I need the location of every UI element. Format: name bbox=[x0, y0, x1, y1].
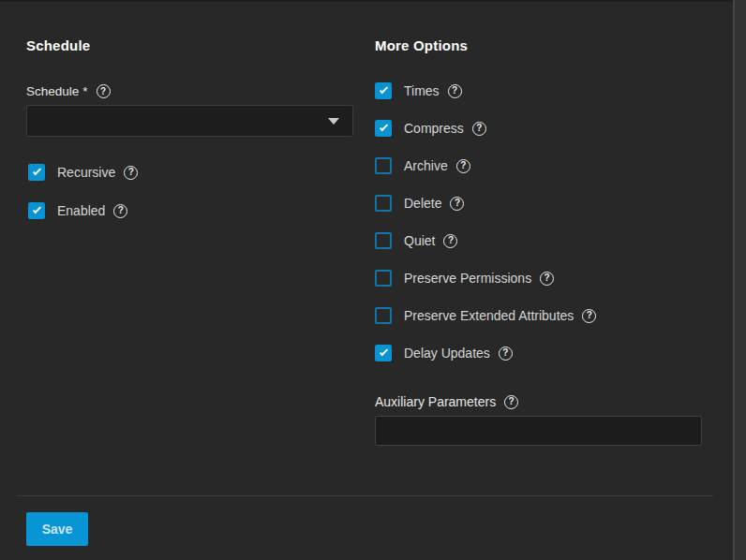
checkmark-icon bbox=[379, 123, 387, 131]
schedule-field-label-row: Schedule * ? bbox=[26, 84, 111, 98]
help-icon[interactable]: ? bbox=[97, 84, 111, 98]
scrollbar-track[interactable] bbox=[733, 0, 746, 560]
aux-params-input[interactable] bbox=[375, 416, 702, 446]
checkbox-label: Archive bbox=[404, 158, 448, 173]
help-icon[interactable]: ? bbox=[448, 84, 462, 98]
schedule-section-title: Schedule bbox=[26, 37, 90, 53]
checkbox[interactable] bbox=[375, 120, 392, 137]
help-icon[interactable]: ? bbox=[540, 272, 554, 286]
footer-divider bbox=[17, 495, 713, 496]
checkbox-row[interactable]: Recursive ? bbox=[28, 164, 138, 181]
chevron-down-icon bbox=[328, 118, 339, 125]
checkbox[interactable] bbox=[375, 195, 392, 212]
help-icon[interactable]: ? bbox=[504, 395, 518, 409]
checkbox[interactable] bbox=[375, 232, 392, 249]
checkbox-label: Delete bbox=[404, 196, 441, 211]
checkbox-label: Times bbox=[404, 83, 440, 98]
required-marker: * bbox=[82, 84, 87, 98]
checkbox[interactable] bbox=[375, 82, 392, 99]
checkbox-label: Enabled bbox=[57, 203, 105, 218]
checkbox-row[interactable]: Compress ? bbox=[375, 120, 596, 137]
checkbox-label: Preserve Permissions bbox=[404, 271, 531, 286]
checkbox[interactable] bbox=[375, 157, 392, 174]
help-icon[interactable]: ? bbox=[443, 234, 457, 248]
schedule-field-label: Schedule bbox=[26, 84, 79, 98]
checkbox-row[interactable]: Delay Updates ? bbox=[375, 345, 596, 361]
checkbox[interactable] bbox=[28, 202, 45, 219]
checkbox-row[interactable]: Preserve Permissions ? bbox=[375, 270, 596, 287]
help-icon[interactable]: ? bbox=[124, 166, 138, 180]
panel-top-border bbox=[0, 0, 746, 2]
checkmark-icon bbox=[32, 205, 40, 214]
checkbox-label: Compress bbox=[404, 121, 464, 136]
help-icon[interactable]: ? bbox=[450, 197, 464, 211]
checkbox-row[interactable]: Quiet ? bbox=[375, 232, 596, 249]
help-icon[interactable]: ? bbox=[456, 159, 470, 173]
checkmark-icon bbox=[32, 167, 40, 175]
schedule-select[interactable] bbox=[26, 105, 353, 137]
more-options-section-title: More Options bbox=[375, 37, 468, 53]
aux-params-label-row: Auxiliary Parameters ? bbox=[375, 394, 518, 409]
more-options-checkbox-group: Times ? Compress ? Archive ? Delete ? Qu… bbox=[375, 82, 596, 382]
help-icon[interactable]: ? bbox=[582, 309, 596, 323]
help-icon[interactable]: ? bbox=[472, 122, 486, 136]
checkbox[interactable] bbox=[28, 164, 45, 181]
checkbox[interactable] bbox=[375, 345, 392, 361]
help-icon[interactable]: ? bbox=[499, 346, 513, 361]
checkmark-icon bbox=[379, 85, 387, 94]
help-icon[interactable]: ? bbox=[113, 204, 127, 218]
checkbox-label: Recursive bbox=[57, 165, 115, 180]
checkbox-row[interactable]: Archive ? bbox=[375, 157, 596, 174]
aux-params-label: Auxiliary Parameters bbox=[375, 394, 496, 409]
checkbox-row[interactable]: Preserve Extended Attributes ? bbox=[375, 307, 596, 324]
checkbox[interactable] bbox=[375, 307, 392, 324]
save-button[interactable]: Save bbox=[26, 512, 88, 546]
checkbox-row[interactable]: Enabled ? bbox=[28, 202, 138, 219]
checkbox[interactable] bbox=[375, 270, 392, 287]
checkmark-icon bbox=[379, 347, 387, 356]
checkbox-label: Quiet bbox=[404, 233, 435, 248]
checkbox-label: Delay Updates bbox=[404, 346, 490, 361]
schedule-checkbox-group: Recursive ? Enabled ? bbox=[28, 164, 138, 241]
checkbox-row[interactable]: Times ? bbox=[375, 82, 596, 99]
checkbox-row[interactable]: Delete ? bbox=[375, 195, 596, 212]
checkbox-label: Preserve Extended Attributes bbox=[404, 308, 574, 323]
